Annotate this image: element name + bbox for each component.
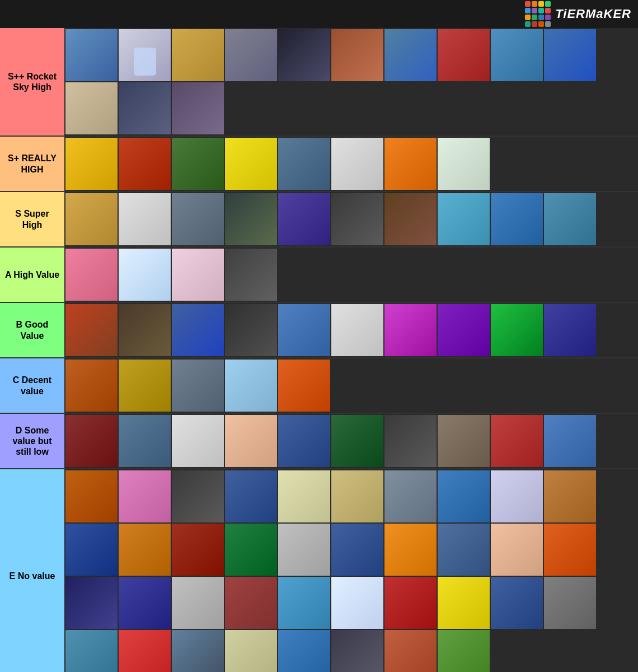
list-item[interactable] bbox=[172, 304, 224, 356]
list-item[interactable] bbox=[225, 29, 277, 81]
list-item[interactable] bbox=[384, 138, 437, 190]
list-item[interactable] bbox=[65, 138, 118, 190]
list-item[interactable] bbox=[172, 577, 224, 629]
list-item[interactable] bbox=[384, 29, 437, 81]
list-item[interactable] bbox=[331, 577, 383, 629]
list-item[interactable] bbox=[331, 524, 383, 576]
list-item[interactable] bbox=[172, 193, 224, 245]
list-item[interactable] bbox=[65, 577, 118, 629]
list-item[interactable] bbox=[491, 29, 543, 81]
list-item[interactable] bbox=[331, 304, 383, 356]
list-item[interactable] bbox=[119, 524, 171, 576]
list-item[interactable] bbox=[65, 360, 118, 412]
list-item[interactable] bbox=[544, 193, 596, 245]
list-item[interactable] bbox=[225, 415, 277, 467]
list-item[interactable] bbox=[331, 138, 383, 190]
list-item[interactable] bbox=[225, 577, 277, 629]
list-item[interactable] bbox=[65, 193, 118, 245]
list-item[interactable] bbox=[225, 470, 277, 522]
list-item[interactable] bbox=[65, 82, 118, 134]
list-item[interactable] bbox=[225, 193, 277, 245]
list-item[interactable] bbox=[438, 524, 490, 576]
list-item[interactable] bbox=[438, 29, 490, 81]
list-item[interactable] bbox=[544, 304, 596, 356]
list-item[interactable] bbox=[331, 630, 383, 672]
list-item[interactable] bbox=[278, 29, 330, 81]
list-item[interactable] bbox=[172, 524, 224, 576]
list-item[interactable] bbox=[384, 304, 437, 356]
list-item[interactable] bbox=[278, 193, 330, 245]
list-item[interactable] bbox=[491, 524, 543, 576]
list-item[interactable] bbox=[172, 360, 224, 412]
list-item[interactable] bbox=[119, 360, 171, 412]
list-item[interactable] bbox=[225, 304, 277, 356]
list-item[interactable] bbox=[278, 630, 330, 672]
list-item[interactable] bbox=[438, 138, 490, 190]
list-item[interactable] bbox=[278, 524, 330, 576]
list-item[interactable] bbox=[384, 524, 437, 576]
list-item[interactable] bbox=[491, 415, 543, 467]
list-item[interactable] bbox=[119, 630, 171, 672]
list-item[interactable] bbox=[65, 470, 118, 522]
list-item[interactable] bbox=[438, 304, 490, 356]
list-item[interactable] bbox=[65, 415, 118, 467]
list-item[interactable] bbox=[172, 82, 224, 134]
list-item[interactable] bbox=[119, 415, 171, 467]
list-item[interactable] bbox=[278, 360, 330, 412]
list-item[interactable] bbox=[119, 304, 171, 356]
list-item[interactable] bbox=[172, 249, 224, 301]
list-item[interactable] bbox=[491, 193, 543, 245]
list-item[interactable] bbox=[331, 470, 383, 522]
list-item[interactable] bbox=[65, 29, 118, 81]
list-item[interactable] bbox=[384, 630, 437, 672]
list-item[interactable] bbox=[331, 415, 383, 467]
list-item[interactable] bbox=[491, 577, 543, 629]
list-item[interactable] bbox=[119, 138, 171, 190]
list-item[interactable] bbox=[544, 524, 596, 576]
list-item[interactable] bbox=[119, 29, 171, 81]
list-item[interactable] bbox=[438, 630, 490, 672]
list-item[interactable] bbox=[544, 470, 596, 522]
list-item[interactable] bbox=[438, 193, 490, 245]
list-item[interactable] bbox=[172, 470, 224, 522]
list-item[interactable] bbox=[491, 304, 543, 356]
list-item[interactable] bbox=[384, 415, 437, 467]
list-item[interactable] bbox=[491, 470, 543, 522]
list-item[interactable] bbox=[384, 470, 437, 522]
list-item[interactable] bbox=[172, 138, 224, 190]
list-item[interactable] bbox=[278, 470, 330, 522]
list-item[interactable] bbox=[119, 470, 171, 522]
list-item[interactable] bbox=[225, 249, 277, 301]
list-item[interactable] bbox=[438, 415, 490, 467]
list-item[interactable] bbox=[225, 630, 277, 672]
list-item[interactable] bbox=[119, 577, 171, 629]
list-item[interactable] bbox=[65, 304, 118, 356]
list-item[interactable] bbox=[65, 630, 118, 672]
list-item[interactable] bbox=[172, 29, 224, 81]
list-item[interactable] bbox=[65, 249, 118, 301]
list-item[interactable] bbox=[384, 193, 437, 245]
list-item[interactable] bbox=[65, 524, 118, 576]
list-item[interactable] bbox=[119, 193, 171, 245]
list-item[interactable] bbox=[438, 470, 490, 522]
list-item[interactable] bbox=[225, 138, 277, 190]
list-item[interactable] bbox=[331, 29, 383, 81]
list-item[interactable] bbox=[278, 415, 330, 467]
logo-cell bbox=[525, 8, 531, 13]
list-item[interactable] bbox=[172, 415, 224, 467]
list-item[interactable] bbox=[278, 577, 330, 629]
list-item[interactable] bbox=[172, 630, 224, 672]
list-item[interactable] bbox=[544, 577, 596, 629]
list-item[interactable] bbox=[119, 82, 171, 134]
list-item[interactable] bbox=[331, 193, 383, 245]
list-item[interactable] bbox=[278, 304, 330, 356]
list-item[interactable] bbox=[278, 138, 330, 190]
list-item[interactable] bbox=[119, 249, 171, 301]
list-item[interactable] bbox=[225, 524, 277, 576]
list-item[interactable] bbox=[544, 29, 596, 81]
list-item[interactable] bbox=[225, 360, 277, 412]
list-item[interactable] bbox=[384, 577, 437, 629]
list-item[interactable] bbox=[438, 577, 490, 629]
tier-label-c: C Decent value bbox=[0, 358, 64, 413]
list-item[interactable] bbox=[544, 415, 596, 467]
